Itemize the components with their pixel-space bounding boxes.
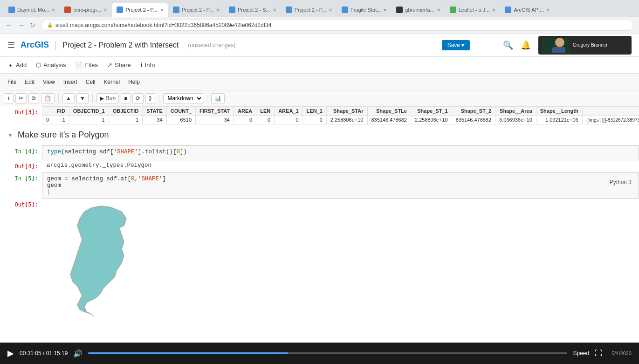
info-menu-item[interactable]: ℹ Info: [140, 62, 155, 69]
tab-label: Daymet: Mo...: [17, 7, 49, 13]
tab-arcgis-api[interactable]: ArcGIS API... ✕: [500, 3, 555, 17]
restart-button[interactable]: ⟳: [132, 93, 144, 103]
tab-favicon: [64, 7, 71, 13]
tab-daymet[interactable]: Daymet: Mo... ✕: [4, 3, 60, 17]
forward-button[interactable]: →: [18, 21, 24, 29]
tab-github[interactable]: gbrunner/a... ✕: [392, 3, 445, 17]
tab-label: Project 2 - P...: [295, 7, 326, 13]
video-person-name: Gregory Brunner: [573, 42, 607, 48]
tab-label: Project 2 - P...: [182, 7, 213, 13]
cell-shape: {'rings': [[[-8312672.38973023, 5063763.…: [582, 116, 639, 124]
tab-close[interactable]: ✕: [329, 7, 332, 13]
paste-cell-button[interactable]: 📋: [41, 93, 55, 103]
tab-leaflet[interactable]: Leaflet - a J... ✕: [445, 3, 501, 17]
tab-label: Leaflet - a J...: [459, 7, 490, 13]
add-menu-item[interactable]: ＋ Add: [7, 61, 27, 69]
save-button[interactable]: Save ▾: [442, 40, 470, 50]
refresh-button[interactable]: ↻: [30, 21, 35, 29]
cell-firststat: 34: [196, 116, 234, 124]
unsaved-indicator: (unsaved changes): [188, 42, 235, 48]
col-len1: LEN_1: [302, 107, 326, 116]
chart-button[interactable]: 📊: [211, 93, 225, 103]
table-row: 0 1 1 1 34 6510 34 0 0 0 0 2.258806e+10 …: [42, 116, 639, 124]
tab-close[interactable]: ✕: [51, 7, 55, 13]
tab-favicon: [117, 7, 123, 13]
tab-close[interactable]: ✕: [103, 7, 107, 13]
section-header-polygon: ▼ Make sure it's a Polygon: [0, 124, 639, 144]
tab-project2-active[interactable]: Project 2 - P... ✕: [112, 3, 168, 17]
cell-shapst1: 2.258806e+10: [411, 116, 452, 124]
cell-len: 0: [256, 116, 275, 124]
back-button[interactable]: ←: [6, 21, 12, 29]
search-icon[interactable]: 🔍: [503, 40, 513, 50]
copy-cell-button[interactable]: ⧉: [28, 93, 39, 103]
cell-type-select[interactable]: Markdown Code: [163, 93, 203, 103]
tab-favicon: [8, 7, 15, 13]
lock-icon: 🔒: [47, 22, 53, 27]
files-label: Files: [85, 62, 98, 69]
col-area: AREA: [234, 107, 256, 116]
menu-kernel[interactable]: Kernel: [100, 77, 124, 87]
tab-project2-c[interactable]: Project 2 - P... ✕: [281, 3, 337, 17]
in4-code[interactable]: type(selecting_sdf['SHAPE'].tolist()[0]): [42, 145, 639, 160]
restart-run-button[interactable]: ⟫: [145, 93, 155, 103]
add-label: Add: [16, 62, 27, 69]
out4-label: Out[4]:: [14, 163, 38, 170]
cell-count: 6510: [166, 116, 195, 124]
hamburger-icon[interactable]: ☰: [7, 40, 15, 50]
stop-button[interactable]: ■: [121, 93, 131, 103]
tab-close[interactable]: ✕: [383, 7, 387, 13]
menu-file[interactable]: File: [4, 77, 20, 87]
tab-favicon: [505, 7, 511, 13]
cell-toolbar: + ✂ ⧉ 📋 ▲ ▼ ▶ Run ■ ⟳ ⟫ Markdown Code 📊: [0, 90, 639, 106]
cut-cell-button[interactable]: ✂: [15, 93, 27, 103]
menu-help[interactable]: Help: [124, 77, 144, 87]
col-index: [42, 107, 53, 116]
share-menu-item[interactable]: ↗ Share: [107, 62, 131, 69]
run-button[interactable]: ▶ Run: [96, 93, 119, 103]
tab-close[interactable]: ✕: [216, 7, 220, 13]
move-up-button[interactable]: ▲: [62, 93, 75, 103]
tab-project2-b[interactable]: Project 2 - P... ✕: [168, 3, 224, 17]
menu-view[interactable]: View: [39, 77, 59, 87]
move-down-button[interactable]: ▼: [76, 93, 89, 103]
files-menu-item[interactable]: 📄 Files: [76, 62, 98, 69]
cell-area: 0: [234, 116, 256, 124]
in5-code[interactable]: geom = selecting_sdf.at[0,'SHAPE'] geom …: [42, 172, 639, 199]
info-label: Info: [145, 62, 155, 69]
menu-insert[interactable]: Insert: [60, 77, 81, 87]
menu-cell[interactable]: Cell: [82, 77, 99, 87]
col-shaplen: Shape__Length: [536, 107, 582, 116]
notification-icon[interactable]: 🔔: [521, 40, 531, 50]
col-area1: AREA_1: [275, 107, 302, 116]
analysis-label: Analysis: [43, 62, 66, 69]
tab-close[interactable]: ✕: [546, 7, 550, 13]
tab-close[interactable]: ✕: [160, 7, 164, 13]
output-cell-3: Out[3]: FID OBJECTID_1 OBJECTID STATE CO…: [0, 106, 639, 124]
secondary-toolbar: ＋ Add ⬡ Analysis 📄 Files ↗ Share ℹ Info …: [0, 57, 639, 74]
tab-fragile[interactable]: Fragile Stat... ✕: [337, 3, 392, 17]
tab-project2-s[interactable]: Project 2 - S... ✕: [224, 3, 281, 17]
cell-shapstle: 835146.478682: [367, 116, 411, 124]
in4-label: In [4]:: [14, 148, 38, 155]
python-indicator: Python 3: [610, 179, 632, 185]
toolbar-separator: [58, 94, 59, 103]
url-box[interactable]: 🔒 slustl.maps.arcgis.com/home/notebook.h…: [41, 20, 633, 31]
collapse-button[interactable]: ▼: [7, 132, 13, 138]
tab-close[interactable]: ✕: [437, 7, 440, 13]
col-objectid1: OBJECTID_1: [69, 107, 109, 116]
analysis-menu-item[interactable]: ⬡ Analysis: [36, 62, 66, 69]
tab-close[interactable]: ✕: [492, 7, 495, 13]
samples-button[interactable]: Samples: [474, 42, 495, 48]
title-separator: |: [55, 40, 57, 50]
share-icon: ↗: [107, 62, 112, 69]
tab-close[interactable]: ✕: [273, 7, 276, 13]
menu-edit[interactable]: Edit: [21, 77, 38, 87]
toolbar-separator-2: [92, 94, 93, 103]
tab-intro[interactable]: intro-prog-... ✕: [60, 3, 112, 17]
files-icon: 📄: [76, 62, 83, 69]
cell-idx: 0: [42, 116, 53, 124]
add-cell-above-button[interactable]: +: [4, 93, 14, 103]
cell-shaparea: 3.066936e+10: [495, 116, 536, 124]
col-shapst2: Shape_ST_2: [452, 107, 495, 116]
